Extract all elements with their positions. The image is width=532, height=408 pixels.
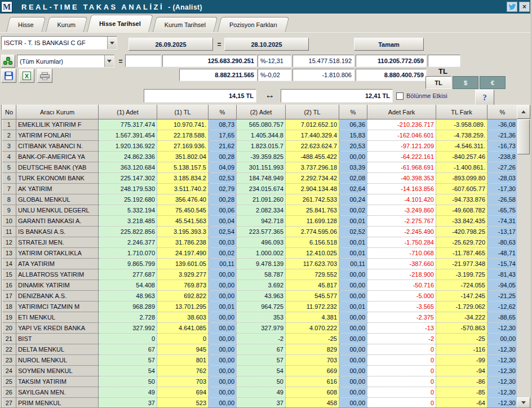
table-cell[interactable]: 17,65 <box>209 130 237 141</box>
table-cell[interactable]: -81,43 <box>487 269 517 280</box>
table-cell[interactable]: DINAMIK YATIRIM <box>16 280 99 291</box>
table-cell[interactable]: -840.257.46 <box>436 152 487 162</box>
table-cell[interactable]: 67 <box>237 344 286 355</box>
table-row[interactable]: 22DELTA MENKUL6794500,006782900,000-116-… <box>2 344 517 355</box>
table-cell[interactable]: 25.192.680 <box>99 194 157 205</box>
table-cell[interactable]: -50.716 <box>367 280 436 291</box>
table-cell[interactable]: -12,30 <box>487 366 517 376</box>
table-cell[interactable]: -4.101.420 <box>367 194 436 205</box>
table-cell[interactable]: 7.012.652.10 <box>286 119 339 130</box>
table-cell[interactable]: -218.900 <box>367 269 436 280</box>
table-cell[interactable]: GLOBAL MENKUL <box>16 194 99 205</box>
table-cell[interactable]: 3.185.834.2 <box>157 173 209 184</box>
table-cell[interactable]: -387.660 <box>367 259 436 269</box>
table-cell[interactable]: 00,01 <box>339 216 367 227</box>
table-cell[interactable]: 15,83 <box>339 130 367 141</box>
table-cell[interactable]: -710.068 <box>367 248 436 259</box>
table-cell[interactable]: 2 <box>2 130 16 141</box>
adet-pct-change[interactable]: %-12,31 <box>258 55 291 67</box>
table-cell[interactable]: -49.608.782 <box>436 205 487 216</box>
excel-export-button[interactable]: X <box>19 69 34 83</box>
table-cell[interactable]: 22.178.588. <box>157 130 209 141</box>
table-cell[interactable]: -893.099.80 <box>436 173 487 184</box>
table-cell[interactable]: 00,00 <box>339 312 367 323</box>
table-cell[interactable]: 5.332.194 <box>99 205 157 216</box>
column-header[interactable]: Adet Fark <box>367 105 436 119</box>
table-cell[interactable]: -147.245 <box>436 291 487 301</box>
adet-total-2[interactable]: 110.205.772.059 <box>356 55 427 67</box>
table-cell[interactable]: YAPI VE KREDI BANKA <box>16 323 99 334</box>
table-cell[interactable]: -12,30 <box>487 323 517 334</box>
table-cell[interactable]: 02,64 <box>339 184 367 194</box>
table-cell[interactable]: -12,30 <box>487 355 517 366</box>
table-cell[interactable]: 00,01 <box>339 237 367 248</box>
table-cell[interactable]: -3.199.725 <box>436 269 487 280</box>
table-cell[interactable]: -12,30 <box>487 376 517 387</box>
table-cell[interactable]: 02,54 <box>209 227 237 237</box>
table-cell[interactable]: 11.972.232 <box>286 301 339 312</box>
table-cell[interactable]: 703 <box>157 376 209 387</box>
column-header[interactable]: (1) Adet <box>99 105 157 119</box>
table-cell[interactable]: 565.080.757 <box>237 119 286 130</box>
table-cell[interactable]: 00,00 <box>209 312 237 323</box>
table-row[interactable]: 10GARANTI BANKASI A.3.218.48545.541.5630… <box>2 216 517 227</box>
table-cell[interactable]: 00,00 <box>209 334 237 344</box>
table-cell[interactable]: 22 <box>2 344 16 355</box>
table-cell[interactable]: 327.992 <box>99 323 157 334</box>
table-cell[interactable]: 00,00 <box>209 323 237 334</box>
table-cell[interactable]: YATIRIMCI TAZMIN M <box>16 301 99 312</box>
table-cell[interactable]: TAKSIM YATIRIM <box>16 376 99 387</box>
table-cell[interactable]: 57 <box>237 355 286 366</box>
table-cell[interactable]: 45.817 <box>286 280 339 291</box>
table-cell[interactable]: 0 <box>99 334 157 344</box>
table-cell[interactable]: 00,00 <box>339 152 367 162</box>
column-header[interactable]: % <box>487 105 517 119</box>
table-cell[interactable]: -17,30 <box>487 184 517 194</box>
table-cell[interactable]: 353 <box>237 312 286 323</box>
table-cell[interactable]: STRATEJI MEN. <box>16 237 99 248</box>
table-cell[interactable]: 23 <box>2 355 16 366</box>
table-cell[interactable]: -11.787.465 <box>436 248 487 259</box>
table-cell[interactable]: 8 <box>2 194 16 205</box>
help-button[interactable]: ? <box>475 90 494 105</box>
table-cell[interactable]: 12 <box>2 237 16 248</box>
table-cell[interactable]: 9.865.799 <box>99 259 157 269</box>
table-cell[interactable]: -570.863 <box>436 323 487 334</box>
table-cell[interactable]: 15 <box>2 269 16 280</box>
table-cell[interactable]: -3.565 <box>367 301 436 312</box>
table-cell[interactable]: 75.450.545 <box>157 205 209 216</box>
table-cell[interactable]: 616 <box>286 376 339 387</box>
table-cell[interactable]: 0 <box>367 398 436 408</box>
table-cell[interactable]: 2.904.134.48 <box>286 184 339 194</box>
table-cell[interactable]: BANK-OF-AMERICA YA <box>16 152 99 162</box>
table-cell[interactable]: 3.195.393.3 <box>157 227 209 237</box>
table-cell[interactable]: 356.476.40 <box>157 194 209 205</box>
table-row[interactable]: 27PRIM MENKUL3752300,003745800,000-64-12… <box>2 398 517 408</box>
table-cell[interactable]: -21,25 <box>487 291 517 301</box>
table-cell[interactable]: -25.629.720 <box>436 237 487 248</box>
close-button[interactable]: × <box>519 2 530 12</box>
table-cell[interactable]: 4 <box>2 152 16 162</box>
table-cell[interactable]: 00,00 <box>209 291 237 301</box>
table-cell[interactable]: -99 <box>436 355 487 366</box>
table-cell[interactable]: 00,00 <box>339 280 367 291</box>
table-cell[interactable]: 49 <box>237 387 286 398</box>
tl-total-2[interactable]: 8.880.400.759 <box>356 69 427 81</box>
table-cell[interactable]: 31.786.238 <box>157 237 209 248</box>
table-cell[interactable]: 692.822 <box>157 291 209 301</box>
table-cell[interactable]: 729.552 <box>286 269 339 280</box>
table-cell[interactable]: 00,01 <box>339 248 367 259</box>
table-row[interactable]: 6TURK EKONOMI BANK225.147.3023.185.834.2… <box>2 173 517 184</box>
table-cell[interactable]: DENIZBANK A.S. <box>16 291 99 301</box>
table-cell[interactable]: 08,73 <box>209 119 237 130</box>
table-cell[interactable]: -3.249.860 <box>367 205 436 216</box>
table-cell[interactable]: 00,00 <box>209 376 237 387</box>
table-cell[interactable]: 277.687 <box>99 269 157 280</box>
table-cell[interactable]: -94 <box>436 366 487 376</box>
table-row[interactable]: 3CITIBANK YABANCI N.1.920.136.92227.169.… <box>2 141 517 152</box>
tab-kurum-tarihsel[interactable]: Kurum Tarihsel <box>154 17 216 32</box>
table-cell[interactable]: 223.577.365 <box>237 227 286 237</box>
table-row[interactable]: 4BANK-OF-AMERICA YA24.862.336351.802.040… <box>2 152 517 162</box>
table-cell[interactable]: 02,79 <box>209 184 237 194</box>
table-cell[interactable]: ATA YATIRIM <box>16 259 99 269</box>
